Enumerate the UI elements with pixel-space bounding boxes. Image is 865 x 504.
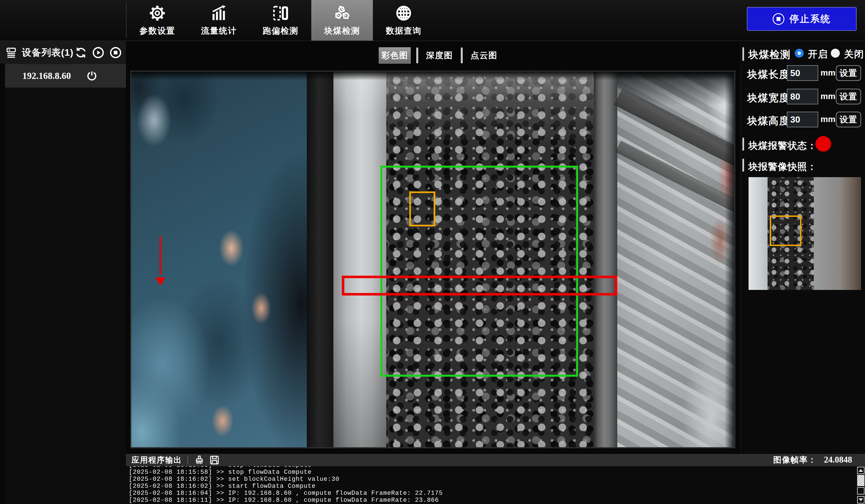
view-tab-separator <box>416 48 418 63</box>
stop-icon <box>773 13 784 25</box>
toolbar-tab-flow-stats[interactable]: 流量统计 <box>188 0 250 40</box>
arrow-head <box>155 277 165 286</box>
device-row[interactable]: 192.168.8.60 <box>5 64 126 87</box>
scene-belt-surface <box>333 72 387 447</box>
toolbar-tab-label: 参数设置 <box>139 25 175 37</box>
coal-width-input[interactable] <box>787 89 818 104</box>
snapshot-belt-edge <box>749 177 768 290</box>
framerate-value: 24.0848 <box>824 455 852 465</box>
framerate-readout: 图像帧率： 24.0848 <box>773 455 852 466</box>
toolbar-tab-data-query[interactable]: 数据查询 <box>373 0 435 40</box>
tab-point-cloud[interactable]: 点云图 <box>468 48 500 63</box>
coal-height-label: 块煤高度 <box>747 114 790 128</box>
alarm-snapshot-image <box>749 177 861 290</box>
toolbar-tab-params[interactable]: 参数设置 <box>127 0 188 40</box>
gear-icon <box>148 4 166 22</box>
coal-length-unit: mm <box>820 68 835 78</box>
toolbar-tab-deviation[interactable]: 跑偏检测 <box>250 0 311 40</box>
stop-all-button[interactable] <box>109 46 122 59</box>
toolbar-tab-coal-detect[interactable]: 块煤检测 <box>311 0 373 40</box>
device-list-actions <box>74 46 122 59</box>
coal-length-set-button[interactable]: 设置 <box>836 65 861 81</box>
toolbar-tab-label: 流量统计 <box>201 25 237 37</box>
log-header-divider <box>187 456 188 465</box>
camera-feed <box>130 71 735 448</box>
radio-on-label: 开启 <box>808 48 828 61</box>
coal-blocks-icon <box>333 4 351 22</box>
flow-direction-arrow <box>155 236 166 286</box>
application-output-panel: 应用程序输出 图像帧率： 24.0848 [2025-02-08 18:15:5… <box>126 454 865 504</box>
device-list-title: 设备列表(1) <box>22 46 73 59</box>
coal-height-set-button[interactable]: 设置 <box>836 112 861 127</box>
scroll-down-button[interactable] <box>857 496 864 503</box>
coal-length-input[interactable] <box>787 65 818 81</box>
refresh-devices-button[interactable] <box>74 46 87 59</box>
start-all-button[interactable] <box>92 46 105 59</box>
scene-machinery-area <box>617 72 734 447</box>
coal-detection-title: 块煤检测 <box>748 48 791 61</box>
coal-height-input[interactable] <box>787 112 818 127</box>
device-list-icon <box>5 46 18 59</box>
log-line: [2025-02-08 18:15:58] >> stop flowData C… <box>129 469 855 476</box>
save-log-button[interactable] <box>209 455 220 466</box>
alarm-status-label: 块煤报警状态： <box>748 139 817 152</box>
device-ip: 192.168.8.60 <box>22 71 71 81</box>
view-tab-strip: 彩色图 深度图 点云图 <box>379 48 500 63</box>
device-sidebar: 设备列表(1) 192.168.8.60 <box>0 41 126 504</box>
device-list-header: 设备列表(1) <box>0 41 126 64</box>
measure-line-overlay <box>342 276 617 295</box>
scene-rail <box>594 72 617 447</box>
camera-scene <box>131 72 734 447</box>
snapshot-rail <box>814 177 861 290</box>
power-icon[interactable] <box>86 70 98 82</box>
log-scrollbar[interactable] <box>857 466 865 504</box>
radio-detection-off[interactable] <box>831 49 840 58</box>
clear-log-button[interactable] <box>194 455 205 466</box>
section-accent-bar <box>742 159 744 172</box>
scene-belt-edge <box>307 72 333 447</box>
arrow-shaft <box>160 236 161 275</box>
section-accent-bar <box>742 138 744 151</box>
globe-icon <box>394 4 413 22</box>
framerate-label: 图像帧率： <box>773 455 817 466</box>
coal-length-label: 块煤长度 <box>747 68 790 81</box>
coal-width-set-button[interactable]: 设置 <box>836 89 861 104</box>
tab-depth-image[interactable]: 深度图 <box>424 48 455 63</box>
log-line: [2025-02-08 18:16:11] >> IP: 192.168.8.6… <box>129 497 855 504</box>
stop-system-button[interactable]: 停止系统 <box>747 7 857 31</box>
radio-detection-on[interactable] <box>795 49 804 58</box>
log-line: [2025-02-08 18:16:04] >> IP: 192.168.8.6… <box>129 490 855 497</box>
scroll-up-button[interactable] <box>857 467 864 474</box>
deviation-icon <box>271 4 290 22</box>
scrollbar-track-button[interactable] <box>857 487 864 494</box>
toolbar-tab-label: 跑偏检测 <box>263 25 298 37</box>
snapshot-coal-block-overlay <box>770 215 801 246</box>
coal-width-label: 块煤宽度 <box>747 91 790 105</box>
log-output: [2025-02-08 18:15:58] >> stop flowData C… <box>129 466 855 504</box>
coal-width-unit: mm <box>820 92 835 101</box>
radio-off-label: 关闭 <box>844 48 864 61</box>
log-line: [2025-02-08 18:16:02] >> set blockCoalHe… <box>129 476 855 483</box>
sidebar-edge-strip <box>0 63 5 504</box>
scrollbar-thumb[interactable] <box>857 475 864 486</box>
app-window: 参数设置 流量统计 跑偏检测 块煤检测 <box>0 0 865 504</box>
top-toolbar: 参数设置 流量统计 跑偏检测 块煤检测 <box>0 0 865 41</box>
toolbar-tab-label: 块煤检测 <box>324 25 360 37</box>
coal-height-unit: mm <box>820 115 835 124</box>
log-line-partial: [2025-02-08 18:15:58] >> stop flowData C… <box>129 466 855 469</box>
main-nav: 参数设置 流量统计 跑偏检测 块煤检测 <box>127 0 435 40</box>
alarm-snapshot-label: 块报警像快照： <box>748 160 817 173</box>
stop-system-label: 停止系统 <box>789 13 831 25</box>
bar-chart-icon <box>210 4 228 22</box>
log-header: 应用程序输出 图像帧率： 24.0848 <box>126 454 865 466</box>
section-accent-bar <box>742 47 744 61</box>
coal-detection-panel: 块煤检测 开启 关闭 块煤长度 mm 设置 块煤宽度 mm 设置 块煤高度 mm… <box>740 41 865 454</box>
alarm-status-indicator <box>816 136 831 152</box>
log-line: [2025-02-08 18:16:02] >> start flowData … <box>129 483 855 490</box>
toolbar-tab-label: 数据查询 <box>386 25 422 37</box>
log-title: 应用程序输出 <box>131 455 182 465</box>
view-tab-separator <box>461 48 463 63</box>
coal-block-overlay <box>409 191 435 226</box>
tab-color-image[interactable]: 彩色图 <box>379 47 411 63</box>
